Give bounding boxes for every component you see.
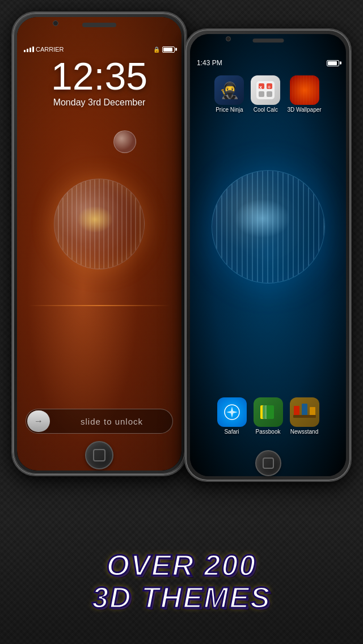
- app-wallpaper-label: 3D Wallpaper: [287, 107, 321, 113]
- wallpaper-icon: [290, 75, 319, 105]
- svg-rect-11: [266, 405, 274, 419]
- newsstand-icon: [290, 397, 319, 427]
- app-safari-label: Safari: [224, 429, 239, 435]
- shelf: [293, 415, 316, 418]
- speaker-right: [252, 39, 284, 43]
- carrier-text: CARRIER: [36, 46, 64, 53]
- battery-fill: [163, 48, 172, 52]
- home-button-left[interactable]: [85, 441, 113, 469]
- calc-icon: x ÷: [251, 75, 280, 105]
- home-button-inner-left: [93, 449, 105, 461]
- battery-icon-right: [327, 60, 339, 66]
- phone-left: CARRIER 🔒 12:35 Monday 3rd December: [11, 11, 187, 476]
- battery-fill-right: [328, 61, 337, 65]
- sphere-visual-left: [28, 96, 170, 351]
- main-sphere-right: [212, 170, 325, 283]
- status-bar-right: 1:43 PM: [190, 57, 346, 69]
- app-cool-calc[interactable]: x ÷ Cool Calc: [251, 75, 280, 113]
- sphere-glow: [77, 206, 113, 232]
- banner-line1: OVER 200: [107, 549, 257, 582]
- status-right-icons-right: [327, 60, 339, 66]
- svg-marker-8: [226, 406, 238, 418]
- phone-right: 1:43 PM 🥷 Price Ninja: [184, 28, 352, 482]
- app-safari[interactable]: Safari: [217, 397, 247, 435]
- banner-line2: 3D THEMES: [92, 581, 271, 614]
- app-icon-safari-img: [217, 397, 247, 427]
- wallpaper-inner: [290, 75, 319, 105]
- calc-svg: x ÷: [254, 79, 277, 101]
- lock-time-container: 12:35 Monday 3rd December: [17, 57, 182, 108]
- lock-icon: 🔒: [153, 46, 160, 53]
- app-newsstand-label: Newsstand: [290, 429, 318, 435]
- sphere-visual-right: [190, 91, 346, 363]
- svg-text:x: x: [259, 84, 262, 90]
- camera-right: [226, 36, 231, 41]
- status-time-right: 1:43 PM: [197, 59, 222, 67]
- app-price-ninja[interactable]: 🥷 Price Ninja: [214, 75, 244, 113]
- home-button-inner-right: [263, 457, 274, 469]
- app-icon-wallpaper-img: [290, 75, 319, 105]
- app-ninja-label: Price Ninja: [216, 107, 243, 113]
- phone-left-screen: CARRIER 🔒 12:35 Monday 3rd December: [17, 17, 182, 471]
- safari-svg: [223, 404, 240, 421]
- app-calc-label: Cool Calc: [254, 107, 278, 113]
- passbook-svg: [258, 402, 278, 422]
- slide-to-unlock[interactable]: → slide to unlock: [26, 409, 173, 434]
- app-icon-ninja-img: 🥷: [214, 75, 244, 105]
- app-icon-passbook-img: [254, 397, 283, 427]
- slide-text: slide to unlock: [51, 417, 172, 426]
- signal-bar-4: [32, 46, 34, 52]
- banner-text: OVER 200 3D THEMES: [92, 549, 271, 614]
- safari-icon: [217, 397, 247, 427]
- main-sphere-left: [54, 179, 145, 269]
- app-passbook-label: Passbook: [256, 429, 281, 435]
- speaker-left: [82, 23, 116, 27]
- lock-time: 12:35: [17, 57, 182, 95]
- carrier-info: CARRIER: [24, 46, 64, 53]
- slide-arrow: →: [27, 410, 50, 432]
- signal-bar-3: [29, 48, 31, 52]
- lock-date: Monday 3rd December: [17, 98, 182, 108]
- ninja-icon: 🥷: [214, 75, 244, 105]
- app-newsstand[interactable]: Newsstand: [290, 397, 319, 435]
- svg-rect-3: [259, 91, 264, 97]
- ground-reflection: [28, 305, 170, 306]
- svg-text:÷: ÷: [268, 84, 271, 90]
- camera-left: [53, 20, 58, 26]
- banner: OVER 200 3D THEMES: [0, 519, 363, 644]
- app-icon-newsstand-img: [290, 397, 319, 427]
- sphere-glow-right: [234, 199, 290, 238]
- home-button-right[interactable]: [255, 450, 281, 476]
- battery-icon: [162, 46, 175, 53]
- lockscreen: CARRIER 🔒 12:35 Monday 3rd December: [17, 17, 182, 471]
- app-icons-top: 🥷 Price Ninja x: [190, 71, 346, 117]
- app-3d-wallpaper[interactable]: 3D Wallpaper: [287, 75, 321, 113]
- signal-bar-2: [27, 49, 28, 52]
- passbook-icon: [254, 397, 283, 427]
- signal-bars: [24, 46, 34, 52]
- signal-bar-1: [24, 50, 26, 52]
- app-icons-bottom: Safari Passbook: [190, 393, 346, 439]
- phone-right-screen: 1:43 PM 🥷 Price Ninja: [190, 34, 346, 476]
- app-icon-calc-img: x ÷: [251, 75, 280, 105]
- app-passbook[interactable]: Passbook: [254, 397, 283, 435]
- homescreen: 1:43 PM 🥷 Price Ninja: [190, 34, 346, 476]
- status-right: 🔒: [153, 46, 175, 53]
- small-sphere-left: [113, 130, 136, 153]
- svg-rect-4: [267, 91, 272, 97]
